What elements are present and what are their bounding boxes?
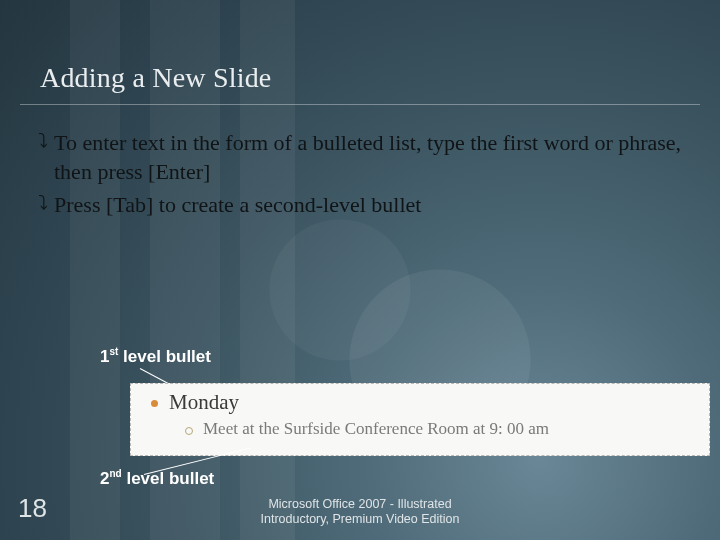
bullet-text: To enter text in the form of a bulleted … — [54, 128, 690, 186]
footer-text: Microsoft Office 2007 - Illustrated Intr… — [0, 497, 720, 528]
footer-line2: Introductory, Premium Video Edition — [0, 512, 720, 528]
bullet-glyph-icon: ⤵ — [38, 128, 48, 186]
bullet-item: ⤵ Press [Tab] to create a second-level b… — [38, 190, 690, 219]
bullet-text: Press [Tab] to create a second-level bul… — [54, 190, 690, 219]
example-level2-text: Meet at the Surfside Conference Room at … — [203, 419, 549, 439]
callout-rest: level bullet — [122, 469, 215, 488]
callout-suffix: nd — [109, 468, 121, 479]
title-underline — [20, 104, 700, 105]
example-level1-text: Monday — [169, 390, 239, 415]
example-level1-row: Monday — [151, 390, 699, 415]
slide: Adding a New Slide ⤵ To enter text in th… — [0, 0, 720, 540]
callout-rest: level bullet — [118, 347, 211, 366]
callout-first-level: 1st level bullet — [100, 346, 211, 367]
example-textbox: Monday Meet at the Surfside Conference R… — [130, 383, 710, 456]
body-bullet-list: ⤵ To enter text in the form of a bullete… — [38, 128, 690, 223]
example-level2-row: Meet at the Surfside Conference Room at … — [185, 419, 699, 439]
bullet-dot-icon — [151, 400, 158, 407]
footer-line1: Microsoft Office 2007 - Illustrated — [0, 497, 720, 513]
bullet-circle-icon — [185, 427, 193, 435]
slide-title: Adding a New Slide — [40, 62, 271, 94]
bullet-glyph-icon: ⤵ — [38, 190, 48, 219]
bullet-item: ⤵ To enter text in the form of a bullete… — [38, 128, 690, 186]
